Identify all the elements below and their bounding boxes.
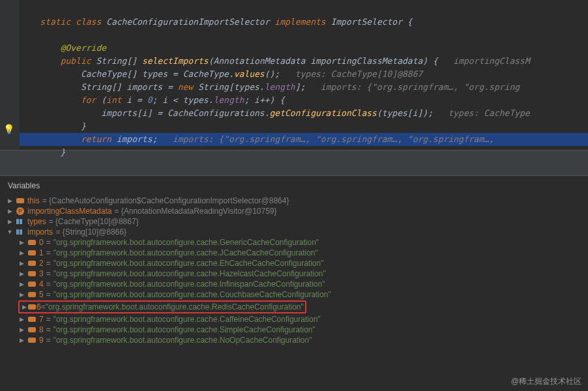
array-value: "org.springframework.boot.autoconfigure.… [53,280,325,289]
string-icon [27,302,37,311]
var-types[interactable]: ▶ types = {CacheType[10]@8867} [7,216,581,227]
var-this[interactable]: ▶ this = {CacheAutoConfiguration$CacheCo… [7,195,581,206]
svg-rect-16 [28,338,36,343]
var-importing-class-metadata[interactable]: ▶ P importingClassMetadata = {Annotation… [7,206,581,216]
svg-rect-7 [28,240,36,245]
array-value: "org.springframework.boot.autoconfigure.… [53,325,316,334]
var-label: this [27,196,40,205]
expand-icon[interactable]: ▶ [21,304,27,310]
expand-icon[interactable]: ▶ [18,316,25,323]
array-icon [16,227,25,237]
array-index: 6 [37,302,41,311]
watermark: @稀土掘金技术社区 [511,376,581,387]
array-value: "org.springframework.boot.autoconfigure.… [53,315,321,324]
svg-rect-5 [16,229,19,235]
string-icon [27,290,37,299]
string-icon [27,336,37,345]
array-item-4[interactable]: ▶4 = "org.springframework.boot.autoconfi… [7,279,581,289]
debugger-panel: Variables ▶ this = {CacheAutoConfigurati… [0,176,588,348]
array-item-1[interactable]: ▶1 = "org.springframework.boot.autoconfi… [7,248,581,258]
array-item-9[interactable]: ▶9 = "org.springframework.boot.autoconfi… [7,335,581,345]
expand-icon[interactable]: ▶ [18,270,25,277]
expand-icon[interactable]: ▶ [18,250,25,256]
array-index: 8 [39,325,44,334]
svg-rect-9 [28,261,36,266]
array-index: 4 [39,280,44,289]
array-index: 3 [39,269,44,278]
code-editor[interactable]: 💡 static class CacheConfigurationImportS… [0,0,588,150]
var-value: = {CacheType[10]@8867} [49,217,139,226]
svg-rect-11 [28,282,36,287]
array-value: "org.springframework.boot.autoconfigure.… [53,336,312,345]
string-icon [27,259,37,268]
array-index: 5 [39,290,44,299]
array-value: "org.springframework.boot.autoconfigure.… [53,269,326,278]
array-item-3[interactable]: ▶3 = "org.springframework.boot.autoconfi… [7,268,581,279]
svg-rect-14 [28,317,36,322]
expand-icon[interactable]: ▶ [18,326,25,333]
svg-rect-8 [28,250,36,255]
current-execution-line: return imports; imports: {"org.springfra… [20,133,588,146]
svg-rect-6 [20,229,22,235]
svg-rect-4 [20,219,22,224]
var-imports[interactable]: ▼ imports = {String[10]@8866} [7,227,581,237]
red-highlight-box: ▶6 = "org.springframework.boot.autoconfi… [18,300,306,313]
string-icon [27,269,37,278]
svg-rect-10 [28,271,36,276]
object-icon [16,196,25,205]
array-item-7[interactable]: ▶7 = "org.springframework.boot.autoconfi… [7,314,581,325]
svg-rect-13 [28,304,36,310]
svg-rect-12 [28,292,36,297]
expand-icon[interactable]: ▶ [18,291,25,298]
string-icon [27,280,37,289]
var-label: imports [27,227,53,237]
array-icon [16,217,25,226]
var-value: = {String[10]@8866} [55,227,126,237]
expand-icon[interactable]: ▶ [18,239,25,246]
array-value: "org.springframework.boot.autoconfigure.… [46,302,304,311]
override-annotation: @Override [61,43,106,53]
string-icon [27,248,37,257]
var-value: = {AnnotationMetadataReadingVisitor@1075… [114,207,276,216]
svg-rect-15 [28,327,36,332]
array-index: 0 [39,238,44,247]
array-item-5[interactable]: ▶5 = "org.springframework.boot.autoconfi… [7,289,581,300]
expand-icon[interactable]: ▶ [18,337,25,343]
svg-text:P: P [18,208,22,214]
expand-icon[interactable]: ▶ [7,197,13,204]
array-item-8[interactable]: ▶8 = "org.springframework.boot.autoconfi… [7,325,581,335]
array-value: "org.springframework.boot.autoconfigure.… [53,248,318,257]
var-label: importingClassMetadata [27,207,111,216]
string-icon [27,325,37,334]
imports-children: ▶0 = "org.springframework.boot.autoconfi… [7,237,581,345]
array-index: 2 [39,259,44,268]
svg-rect-0 [16,198,24,203]
code-area[interactable]: static class CacheConfigurationImportSel… [0,0,588,172]
array-value: "org.springframework.boot.autoconfigure.… [53,238,319,247]
array-index: 1 [39,248,44,257]
string-icon [27,238,37,247]
array-index: 9 [39,336,44,345]
string-icon [27,315,37,324]
intention-bulb-icon[interactable]: 💡 [3,124,14,134]
array-value: "org.springframework.boot.autoconfigure.… [53,259,324,268]
array-item-2[interactable]: ▶2 = "org.springframework.boot.autoconfi… [7,258,581,268]
expand-icon[interactable]: ▶ [7,208,13,214]
param-icon: P [16,207,25,216]
array-index: 7 [39,315,44,324]
array-item-0[interactable]: ▶0 = "org.springframework.boot.autoconfi… [7,237,581,248]
var-value: = {CacheAutoConfiguration$CacheConfigura… [42,196,289,205]
highlighted-array-item[interactable]: ▶6 = "org.springframework.boot.autoconfi… [7,300,581,314]
expand-icon[interactable]: ▶ [18,260,25,267]
collapse-icon[interactable]: ▼ [7,229,13,235]
expand-icon[interactable]: ▶ [18,281,25,287]
expand-icon[interactable]: ▶ [7,218,13,225]
array-value: "org.springframework.boot.autoconfigure.… [53,290,331,299]
variables-title: Variables [7,179,581,195]
svg-rect-3 [16,219,19,224]
var-label: types [27,217,46,226]
